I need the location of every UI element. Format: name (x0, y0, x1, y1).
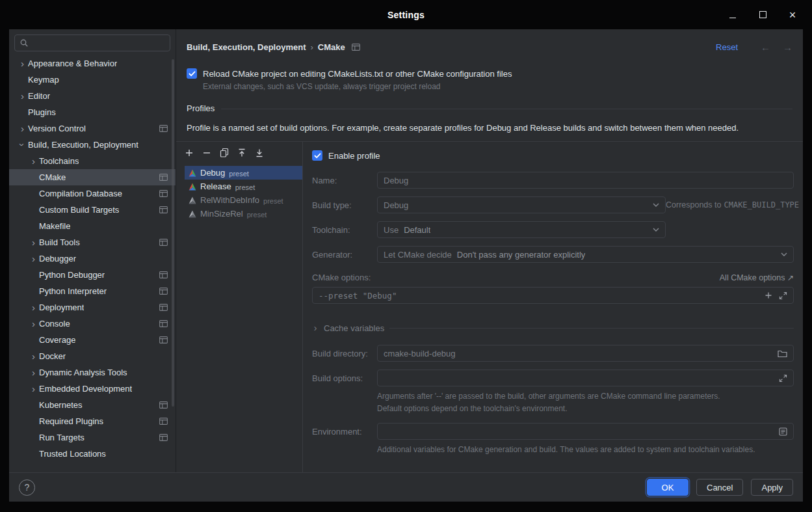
environment-field-icons (774, 427, 787, 436)
sidebar-item-build-execution-deployment[interactable]: ›Build, Execution, Deployment (9, 137, 176, 153)
profiles-description: Profile is a named set of build options.… (176, 123, 803, 133)
settings-tree: ›Appearance & BehaviorKeymap›EditorPlugi… (9, 54, 176, 472)
enable-profile-checkbox[interactable] (312, 150, 322, 161)
expand-icon[interactable] (779, 291, 787, 300)
sidebar-item-debugger[interactable]: ›Debugger (9, 250, 176, 267)
move-up-profile-button[interactable] (234, 146, 250, 160)
apply-button[interactable]: Apply (751, 479, 793, 496)
reset-link[interactable]: Reset (716, 42, 738, 52)
tree-chevron-icon[interactable]: › (28, 303, 39, 312)
tree-chevron-icon[interactable]: › (28, 368, 39, 377)
add-profile-button[interactable] (181, 146, 197, 160)
profile-settings-form: Enable profile Name: Debug Build type: D… (303, 142, 803, 472)
search-field[interactable] (14, 34, 170, 51)
tree-chevron-icon[interactable]: › (28, 384, 39, 394)
profile-item-minsizerel[interactable]: MinSizeRelpreset (185, 207, 302, 221)
tree-chevron-icon[interactable]: › (18, 139, 27, 150)
tree-chevron-icon[interactable]: › (28, 319, 39, 329)
project-settings-icon (159, 304, 168, 311)
sidebar-item-trusted-locations[interactable]: Trusted Locations (9, 446, 176, 462)
reload-checkbox[interactable] (187, 68, 197, 79)
copy-profile-button[interactable] (216, 146, 232, 160)
sidebar-item-version-control[interactable]: ›Version Control (9, 120, 176, 137)
profiles-panel: DebugpresetReleasepresetRelWithDebInfopr… (176, 141, 803, 472)
environment-variables-icon[interactable] (779, 427, 787, 436)
profile-item-relwithdebinfo[interactable]: RelWithDebInfopreset (185, 193, 302, 207)
toolchain-prefix: Use (384, 225, 399, 235)
sidebar-item-appearance-behavior[interactable]: ›Appearance & Behavior (9, 55, 176, 72)
sidebar-item-embedded-development[interactable]: ›Embedded Development (9, 381, 176, 397)
sidebar-item-label: Python Debugger (39, 270, 105, 280)
plus-icon[interactable] (765, 291, 772, 299)
build-directory-input[interactable]: cmake-build-debug (377, 345, 794, 362)
build-type-select[interactable]: Debug (377, 196, 666, 213)
chevron-down-icon (776, 252, 787, 256)
tree-chevron-icon[interactable]: › (17, 59, 28, 68)
tree-chevron-icon[interactable]: › (28, 156, 39, 166)
all-cmake-options-link-text: All CMake options (720, 273, 785, 282)
close-button[interactable]: × (787, 10, 798, 20)
tree-chevron-icon[interactable]: › (17, 91, 28, 101)
profile-item-debug[interactable]: Debugpreset (185, 166, 302, 180)
generator-select[interactable]: Let CMake decide Don't pass any generato… (377, 246, 794, 263)
expand-icon[interactable] (779, 374, 787, 383)
move-down-profile-button[interactable] (252, 146, 267, 160)
sidebar-item-plugins[interactable]: Plugins (9, 104, 176, 120)
project-settings-icon (159, 401, 168, 409)
build-directory-field-icons (772, 349, 787, 358)
sidebar-item-keymap[interactable]: Keymap (9, 72, 176, 88)
cancel-button[interactable]: Cancel (696, 479, 743, 496)
environment-input[interactable] (377, 423, 794, 440)
sidebar-item-toolchains[interactable]: ›Toolchains (9, 153, 176, 169)
sidebar-item-label: Embedded Development (39, 384, 132, 394)
back-arrow-icon[interactable]: ← (761, 42, 770, 53)
sidebar-item-run-targets[interactable]: Run Targets (9, 429, 176, 446)
breadcrumb-root[interactable]: Build, Execution, Deployment (187, 42, 306, 52)
sidebar-item-required-plugins[interactable]: Required Plugins (9, 413, 176, 429)
build-options-hint: Arguments after '--' are passed to the b… (377, 390, 794, 414)
name-label: Name: (312, 176, 377, 185)
help-button[interactable]: ? (19, 479, 35, 496)
project-settings-icon (159, 418, 168, 425)
sidebar-item-deployment[interactable]: ›Deployment (9, 299, 176, 316)
profile-item-release[interactable]: Releasepreset (185, 180, 302, 193)
cache-variables-toggle[interactable]: › Cache variables (312, 323, 794, 333)
maximize-button[interactable] (757, 10, 768, 20)
sidebar-item-label: Editor (28, 91, 50, 101)
cmake-options-input[interactable]: --preset "Debug" (312, 287, 794, 304)
sidebar-item-custom-build-targets[interactable]: Custom Build Targets (9, 202, 176, 218)
name-input[interactable]: Debug (377, 172, 794, 189)
tree-chevron-icon[interactable]: › (28, 237, 39, 247)
tree-chevron-icon[interactable]: › (28, 351, 39, 361)
sidebar-item-compilation-database[interactable]: Compilation Database (9, 185, 176, 202)
sidebar-item-build-tools[interactable]: ›Build Tools (9, 234, 176, 250)
forward-arrow-icon[interactable]: → (783, 42, 792, 53)
check-icon (314, 151, 321, 161)
cmake-icon (189, 183, 196, 191)
sidebar-item-editor[interactable]: ›Editor (9, 88, 176, 104)
sidebar-item-label: Compilation Database (39, 189, 122, 198)
sidebar-scrollbar[interactable] (172, 59, 174, 407)
tree-chevron-icon[interactable]: › (28, 254, 39, 263)
sidebar-item-python-interpreter[interactable]: Python Interpreter (9, 283, 176, 299)
sidebar-item-makefile[interactable]: Makefile (9, 218, 176, 234)
sidebar-item-cmake[interactable]: CMake (9, 169, 176, 185)
folder-icon[interactable] (778, 349, 787, 358)
sidebar-item-console[interactable]: ›Console (9, 316, 176, 332)
sidebar-item-python-debugger[interactable]: Python Debugger (9, 267, 176, 283)
all-cmake-options-link[interactable]: All CMake options ↗ (720, 273, 794, 282)
tree-chevron-icon[interactable]: › (17, 124, 28, 133)
profile-name: RelWithDebInfo (200, 195, 259, 205)
sidebar-item-dynamic-analysis-tools[interactable]: ›Dynamic Analysis Tools (9, 364, 176, 381)
minimize-button[interactable] (727, 10, 738, 20)
search-input[interactable] (32, 38, 165, 49)
sidebar-item-docker[interactable]: ›Docker (9, 348, 176, 364)
toolchain-select[interactable]: Use Default (377, 221, 666, 238)
remove-profile-button[interactable] (199, 146, 215, 160)
build-options-input[interactable] (377, 370, 794, 386)
breadcrumb-current[interactable]: CMake (318, 42, 345, 52)
ok-button[interactable]: OK (647, 479, 688, 496)
sidebar-item-coverage[interactable]: Coverage (9, 332, 176, 348)
generator-label: Generator: (312, 250, 377, 260)
sidebar-item-kubernetes[interactable]: Kubernetes (9, 397, 176, 413)
